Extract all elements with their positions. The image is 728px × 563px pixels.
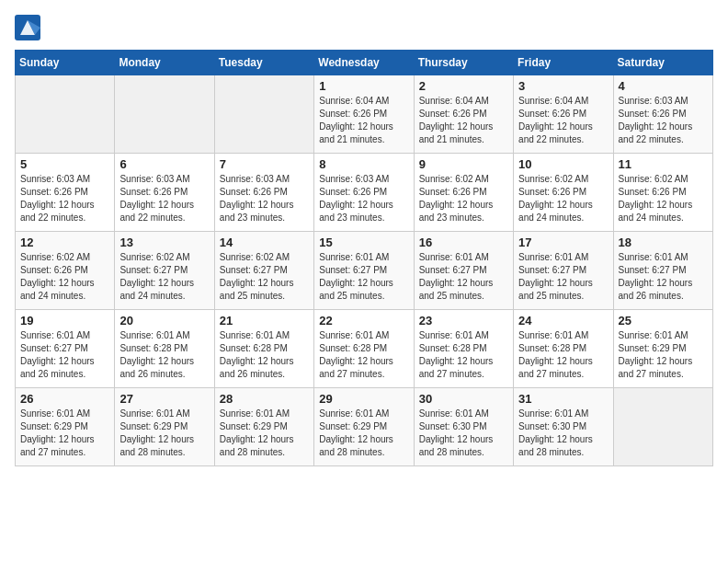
- calendar-week-row: 19Sunrise: 6:01 AM Sunset: 6:27 PM Dayli…: [16, 310, 713, 388]
- calendar-cell: 4Sunrise: 6:03 AM Sunset: 6:26 PM Daylig…: [613, 75, 712, 154]
- day-info: Sunrise: 6:04 AM Sunset: 6:26 PM Dayligh…: [518, 95, 608, 146]
- calendar-week-row: 12Sunrise: 6:02 AM Sunset: 6:26 PM Dayli…: [16, 232, 713, 310]
- calendar-cell: 2Sunrise: 6:04 AM Sunset: 6:26 PM Daylig…: [414, 75, 513, 154]
- calendar-cell: 22Sunrise: 6:01 AM Sunset: 6:28 PM Dayli…: [314, 310, 414, 388]
- calendar-cell: 8Sunrise: 6:03 AM Sunset: 6:26 PM Daylig…: [314, 154, 414, 232]
- day-info: Sunrise: 6:01 AM Sunset: 6:30 PM Dayligh…: [419, 408, 508, 459]
- day-number: 10: [518, 157, 608, 171]
- calendar-cell: 18Sunrise: 6:01 AM Sunset: 6:27 PM Dayli…: [613, 232, 712, 310]
- day-number: 25: [619, 314, 708, 327]
- day-info: Sunrise: 6:01 AM Sunset: 6:27 PM Dayligh…: [518, 251, 608, 303]
- day-number: 6: [119, 157, 209, 171]
- calendar-cell: 5Sunrise: 6:03 AM Sunset: 6:26 PM Daylig…: [16, 154, 115, 232]
- day-info: Sunrise: 6:02 AM Sunset: 6:26 PM Dayligh…: [419, 173, 508, 224]
- calendar-cell: [16, 75, 115, 154]
- day-info: Sunrise: 6:04 AM Sunset: 6:26 PM Dayligh…: [419, 95, 508, 146]
- day-number: 4: [619, 79, 708, 93]
- calendar-cell: 29Sunrise: 6:01 AM Sunset: 6:29 PM Dayli…: [314, 388, 414, 466]
- day-number: 22: [319, 314, 408, 327]
- logo: [15, 15, 44, 40]
- day-header-friday: Friday: [514, 51, 613, 75]
- calendar-cell: 24Sunrise: 6:01 AM Sunset: 6:28 PM Dayli…: [514, 310, 613, 388]
- day-number: 8: [319, 157, 408, 171]
- calendar-cell: 28Sunrise: 6:01 AM Sunset: 6:29 PM Dayli…: [214, 388, 313, 466]
- calendar-cell: 13Sunrise: 6:02 AM Sunset: 6:27 PM Dayli…: [115, 232, 214, 310]
- day-info: Sunrise: 6:02 AM Sunset: 6:26 PM Dayligh…: [20, 251, 109, 303]
- calendar-cell: [214, 75, 313, 154]
- day-header-sunday: Sunday: [16, 51, 115, 75]
- day-number: 9: [419, 157, 508, 171]
- calendar-cell: 23Sunrise: 6:01 AM Sunset: 6:28 PM Dayli…: [414, 310, 513, 388]
- page-header: [15, 15, 713, 40]
- day-info: Sunrise: 6:02 AM Sunset: 6:27 PM Dayligh…: [119, 251, 209, 303]
- day-info: Sunrise: 6:01 AM Sunset: 6:29 PM Dayligh…: [20, 408, 109, 459]
- calendar-cell: 11Sunrise: 6:02 AM Sunset: 6:26 PM Dayli…: [613, 154, 712, 232]
- day-number: 5: [20, 157, 109, 171]
- calendar-cell: 25Sunrise: 6:01 AM Sunset: 6:29 PM Dayli…: [613, 310, 712, 388]
- calendar-cell: 14Sunrise: 6:02 AM Sunset: 6:27 PM Dayli…: [214, 232, 313, 310]
- day-info: Sunrise: 6:01 AM Sunset: 6:29 PM Dayligh…: [220, 408, 309, 459]
- calendar-cell: 12Sunrise: 6:02 AM Sunset: 6:26 PM Dayli…: [16, 232, 115, 310]
- day-info: Sunrise: 6:04 AM Sunset: 6:26 PM Dayligh…: [319, 95, 408, 146]
- day-number: 21: [220, 314, 309, 327]
- day-info: Sunrise: 6:02 AM Sunset: 6:27 PM Dayligh…: [220, 251, 309, 303]
- day-number: 2: [419, 79, 508, 93]
- day-number: 3: [518, 79, 608, 93]
- calendar-cell: [115, 75, 214, 154]
- day-info: Sunrise: 6:02 AM Sunset: 6:26 PM Dayligh…: [619, 173, 708, 224]
- day-info: Sunrise: 6:01 AM Sunset: 6:27 PM Dayligh…: [619, 251, 708, 303]
- calendar-week-row: 5Sunrise: 6:03 AM Sunset: 6:26 PM Daylig…: [16, 154, 713, 232]
- day-info: Sunrise: 6:03 AM Sunset: 6:26 PM Dayligh…: [20, 173, 109, 224]
- day-number: 1: [319, 79, 408, 93]
- calendar-cell: [613, 388, 712, 466]
- day-number: 23: [419, 314, 508, 327]
- calendar-cell: 3Sunrise: 6:04 AM Sunset: 6:26 PM Daylig…: [514, 75, 613, 154]
- calendar-week-row: 26Sunrise: 6:01 AM Sunset: 6:29 PM Dayli…: [16, 388, 713, 466]
- day-number: 16: [419, 236, 508, 249]
- day-info: Sunrise: 6:03 AM Sunset: 6:26 PM Dayligh…: [319, 173, 408, 224]
- calendar-cell: 26Sunrise: 6:01 AM Sunset: 6:29 PM Dayli…: [16, 388, 115, 466]
- day-number: 14: [220, 236, 309, 249]
- day-header-thursday: Thursday: [414, 51, 513, 75]
- day-number: 7: [220, 157, 309, 171]
- day-number: 12: [20, 236, 109, 249]
- calendar-header-row: SundayMondayTuesdayWednesdayThursdayFrid…: [16, 51, 713, 75]
- calendar-cell: 6Sunrise: 6:03 AM Sunset: 6:26 PM Daylig…: [115, 154, 214, 232]
- calendar-cell: 16Sunrise: 6:01 AM Sunset: 6:27 PM Dayli…: [414, 232, 513, 310]
- day-info: Sunrise: 6:02 AM Sunset: 6:26 PM Dayligh…: [518, 173, 608, 224]
- day-info: Sunrise: 6:01 AM Sunset: 6:29 PM Dayligh…: [319, 408, 408, 459]
- day-info: Sunrise: 6:03 AM Sunset: 6:26 PM Dayligh…: [220, 173, 309, 224]
- day-number: 29: [319, 392, 408, 406]
- day-header-saturday: Saturday: [613, 51, 712, 75]
- day-info: Sunrise: 6:01 AM Sunset: 6:27 PM Dayligh…: [419, 251, 508, 303]
- day-number: 31: [518, 392, 608, 406]
- calendar-cell: 19Sunrise: 6:01 AM Sunset: 6:27 PM Dayli…: [16, 310, 115, 388]
- day-header-monday: Monday: [115, 51, 214, 75]
- calendar-cell: 1Sunrise: 6:04 AM Sunset: 6:26 PM Daylig…: [314, 75, 414, 154]
- calendar-cell: 15Sunrise: 6:01 AM Sunset: 6:27 PM Dayli…: [314, 232, 414, 310]
- day-number: 27: [119, 392, 209, 406]
- day-info: Sunrise: 6:01 AM Sunset: 6:29 PM Dayligh…: [119, 408, 209, 459]
- calendar-cell: 9Sunrise: 6:02 AM Sunset: 6:26 PM Daylig…: [414, 154, 513, 232]
- day-number: 24: [518, 314, 608, 327]
- day-number: 13: [119, 236, 209, 249]
- calendar-cell: 30Sunrise: 6:01 AM Sunset: 6:30 PM Dayli…: [414, 388, 513, 466]
- day-number: 26: [20, 392, 109, 406]
- calendar-cell: 17Sunrise: 6:01 AM Sunset: 6:27 PM Dayli…: [514, 232, 613, 310]
- calendar-cell: 27Sunrise: 6:01 AM Sunset: 6:29 PM Dayli…: [115, 388, 214, 466]
- day-number: 19: [20, 314, 109, 327]
- day-info: Sunrise: 6:01 AM Sunset: 6:30 PM Dayligh…: [518, 408, 608, 459]
- calendar-cell: 7Sunrise: 6:03 AM Sunset: 6:26 PM Daylig…: [214, 154, 313, 232]
- calendar-week-row: 1Sunrise: 6:04 AM Sunset: 6:26 PM Daylig…: [16, 75, 713, 154]
- day-info: Sunrise: 6:03 AM Sunset: 6:26 PM Dayligh…: [119, 173, 209, 224]
- day-info: Sunrise: 6:01 AM Sunset: 6:27 PM Dayligh…: [319, 251, 408, 303]
- logo-icon: [15, 15, 40, 40]
- day-header-wednesday: Wednesday: [314, 51, 414, 75]
- day-info: Sunrise: 6:01 AM Sunset: 6:28 PM Dayligh…: [119, 329, 209, 381]
- calendar-cell: 31Sunrise: 6:01 AM Sunset: 6:30 PM Dayli…: [514, 388, 613, 466]
- calendar-cell: 21Sunrise: 6:01 AM Sunset: 6:28 PM Dayli…: [214, 310, 313, 388]
- calendar-cell: 10Sunrise: 6:02 AM Sunset: 6:26 PM Dayli…: [514, 154, 613, 232]
- day-number: 30: [419, 392, 508, 406]
- day-info: Sunrise: 6:01 AM Sunset: 6:28 PM Dayligh…: [518, 329, 608, 381]
- day-number: 15: [319, 236, 408, 249]
